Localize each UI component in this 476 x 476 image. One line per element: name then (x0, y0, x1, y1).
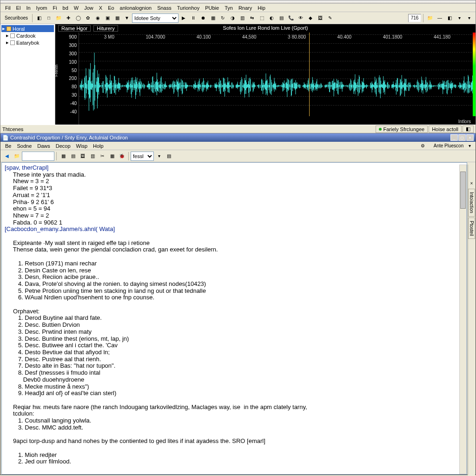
tree-item[interactable]: ▸Cardook (1, 32, 54, 39)
scrollbar-thumb[interactable] (460, 172, 466, 209)
menu-item[interactable]: X (96, 5, 105, 11)
toolbar-button[interactable]: 📁 (425, 13, 435, 23)
doc-icon: 📄 (2, 135, 9, 141)
menu-item[interactable]: Wisp (73, 143, 90, 149)
editor-combo[interactable]: fessl (131, 152, 154, 161)
minimize-button[interactable]: _ (450, 134, 458, 141)
maximize-button[interactable]: □ (458, 134, 466, 141)
toolbar-button[interactable]: ⬚ (257, 13, 266, 23)
toolbar-button[interactable]: ▦ (208, 13, 218, 23)
toolbar-button[interactable]: ◆ (306, 13, 315, 23)
sequences-button[interactable]: Securiboes (2, 13, 30, 23)
tool-icon[interactable]: 🖼 (78, 152, 87, 161)
wave-tab[interactable]: Rame Hgor (58, 25, 91, 32)
tool-icon[interactable]: ▦ (107, 152, 117, 161)
toolbar-button[interactable]: ⏸ (189, 13, 198, 23)
tree-root[interactable]: ▸Horal (1, 25, 54, 32)
toolbar-button[interactable]: ◐ (267, 13, 276, 23)
waveform-panel: Rame Hgor Hiturery Sofes Ion Lure Rond l… (55, 24, 476, 125)
status-cell[interactable]: ◧ (463, 126, 474, 133)
toolbar-button[interactable]: ▣ (103, 13, 112, 23)
menu-item[interactable]: In (23, 5, 33, 11)
menu-item[interactable]: Fil (2, 5, 13, 11)
toolbar-button[interactable]: ◧ (445, 13, 454, 23)
toolbar-button[interactable]: □ (44, 13, 53, 23)
status-cell[interactable]: Hoise actoll (429, 126, 462, 133)
editor-toolbar: ◀ 📁 ▦ ▤ 🖼 ▥ ✂ ▦ 🐞 fessl ▾ ▤ (0, 150, 476, 162)
toolbar-button[interactable]: — (435, 13, 444, 23)
toolbar-button[interactable]: ▶ (179, 13, 188, 23)
playhead-cursor[interactable] (309, 33, 310, 116)
status-cell[interactable]: Fariely Sfrclungee (376, 126, 428, 133)
toolbar-button[interactable]: ▦ (112, 13, 122, 23)
menu-item[interactable]: Sodne (14, 143, 34, 149)
search-input[interactable] (22, 152, 54, 161)
toolbar-button[interactable]: ◑ (228, 13, 237, 23)
toolbar-button[interactable]: ⏺ (198, 13, 208, 23)
x-axis-unit: Intlors (458, 119, 471, 124)
tool-icon[interactable]: ▤ (164, 152, 173, 161)
close-icon[interactable]: × (467, 178, 476, 188)
menu-item[interactable]: Turionhoy (174, 5, 203, 11)
toolbar-button[interactable]: 📁 (54, 13, 63, 23)
close-button[interactable]: × (466, 134, 474, 141)
toolbar-select[interactable]: Idotee Soty (132, 13, 178, 23)
toolbar-button[interactable]: ◧ (34, 13, 44, 23)
tool-icon[interactable]: ▦ (59, 152, 68, 161)
editor-menubar: BeSodneDawsDecopWispHolp⚙ Ante Pluescon … (0, 142, 476, 150)
wave-tab[interactable]: Hiturery (93, 25, 118, 32)
side-tab[interactable]: Intoiaction (468, 189, 475, 217)
toolbar-button[interactable]: ▼ (122, 13, 132, 23)
toolbar-button[interactable]: 👁 (296, 13, 305, 23)
toolbar-button[interactable]: ▾ (464, 13, 474, 23)
toolbar-button[interactable]: ▤ (277, 13, 286, 23)
tool-icon[interactable]: ✂ (98, 152, 107, 161)
top-titlebar[interactable] (0, 0, 476, 4)
tree-item[interactable]: ▸Eatarybok (1, 39, 54, 46)
menu-item[interactable]: Hip (255, 5, 268, 11)
scrollbar[interactable] (459, 165, 467, 474)
toolbar-button[interactable]: 🖼 (316, 13, 325, 23)
menu-item[interactable]: W (71, 5, 81, 11)
tool-icon[interactable]: ▥ (88, 152, 97, 161)
menu-item[interactable]: Rnary (236, 5, 255, 11)
menu-item[interactable]: bd (60, 5, 71, 11)
tool-icon[interactable]: 🐞 (117, 152, 126, 161)
menu-item[interactable]: Holp (90, 143, 106, 149)
menu-item[interactable]: Snass (154, 5, 174, 11)
code-editor[interactable]: [spav, therCrapl] These inte yars that m… (1, 162, 467, 475)
toolbar-button[interactable]: 📞 (286, 13, 296, 23)
right-sidebar: × Intoiaction Ptosteil (468, 165, 475, 475)
menu-item[interactable]: Daws (34, 143, 53, 149)
menu-item[interactable]: El (13, 5, 24, 11)
toolbar-button[interactable]: ✿ (83, 13, 93, 23)
menu-item[interactable]: Tyn (222, 5, 236, 11)
side-tab[interactable]: Ptosteil (468, 218, 475, 239)
tool-icon[interactable]: ▤ (68, 152, 78, 161)
menu-item[interactable]: Jow (81, 5, 96, 11)
toolbar-button[interactable]: ▥ (238, 13, 247, 23)
toolbar-button[interactable]: ⇆ (247, 13, 257, 23)
menu-item[interactable]: Eo (105, 5, 117, 11)
toolbar-button[interactable]: ◯ (73, 13, 83, 23)
toolbar-button[interactable]: ◉ (93, 13, 102, 23)
toolbar-button[interactable]: ▾ (455, 13, 464, 23)
top-toolbar: Securiboes ◧□📁✚◯✿◉▣▦▼ Idotee Soty ▶⏸⏺▦↻◑… (0, 12, 476, 24)
tool-icon[interactable]: ▾ (154, 152, 164, 161)
folder-icon[interactable]: 📁 (12, 152, 21, 161)
toolbar-button[interactable]: ↻ (218, 13, 227, 23)
menu-item[interactable]: Decop (53, 143, 73, 149)
toolbar-button[interactable]: ✚ (64, 13, 73, 23)
menu-item[interactable]: anlonalognion (117, 5, 155, 11)
toolbar-button[interactable]: ✎ (325, 13, 335, 23)
menu-item[interactable]: Iyom (33, 5, 50, 11)
menu-item[interactable]: Fi (50, 5, 60, 11)
top-menubar: FilElInIyomFibdWJowXEoanlonalognionSnass… (0, 4, 476, 12)
waveform-canvas[interactable]: 3 M0104.700040.10044,5803 80.80040.40040… (79, 33, 476, 125)
project-tree[interactable]: ▸Horal ▸Cardook ▸Eatarybok (0, 24, 55, 125)
nav-back-icon[interactable]: ◀ (2, 152, 12, 161)
editor-titlebar[interactable]: 📄 Contrashid Crogartion / Snty Enry, Act… (0, 133, 476, 142)
menu-item[interactable]: Be (2, 143, 14, 149)
gear-icon[interactable]: ⚙ (418, 143, 428, 149)
menu-item[interactable]: PUbie (202, 5, 222, 11)
